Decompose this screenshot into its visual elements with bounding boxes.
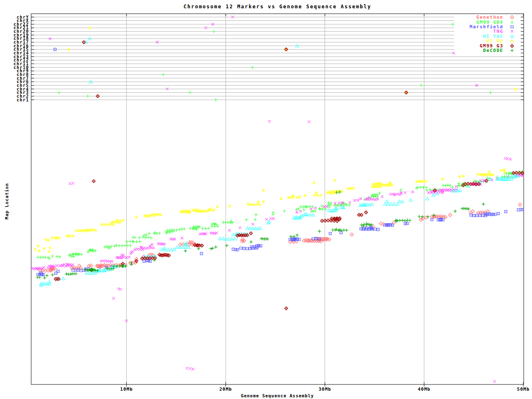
legend-label: TNG <box>454 29 503 34</box>
x-tick-label: 40Mb <box>418 387 431 392</box>
gridlines <box>31 14 524 384</box>
legend-label: Genethon <box>454 15 503 20</box>
square-dot-icon <box>503 25 521 29</box>
diamond-dark-icon <box>503 44 521 48</box>
legend-entry-decode: DeCODE <box>454 48 521 53</box>
legend-entry-genethon: Genethon <box>454 15 521 20</box>
triangle-dot-icon <box>503 34 521 39</box>
chart-title: Chromosome 12 Markers vs Genome Sequence… <box>31 4 524 10</box>
x-axis-label: Genome Sequence Assembly <box>31 393 524 398</box>
x-tick-label: 10Mb <box>120 387 133 392</box>
cross-icon <box>503 29 521 34</box>
legend-label: GM99 G3 <box>454 44 503 48</box>
legend-label: WI RH <box>454 39 503 43</box>
legend-entry-marshfield: Marshfield <box>454 25 521 29</box>
axes: 10Mb20Mb30Mb40Mb50MbchrYchrXchr22chr21ch… <box>13 14 530 392</box>
series-gm99-g3 <box>54 41 524 310</box>
legend-label: DeCODE <box>454 48 503 53</box>
x-tick-label: 50Mb <box>517 387 530 392</box>
figure: 10Mb20Mb30Mb40Mb50MbchrYchrXchr22chr21ch… <box>0 0 532 399</box>
legend-label: GM99 GB4 <box>454 20 503 25</box>
diamond-dot-icon <box>503 15 521 20</box>
series-marshfield <box>37 48 523 276</box>
chromosome-row-label: chr1 <box>17 98 29 102</box>
plus-icon <box>503 20 521 25</box>
plus-icon <box>503 48 521 53</box>
legend-entry-tng: TNG <box>454 29 521 34</box>
scatter-points <box>37 48 523 276</box>
scatter-points <box>54 41 524 310</box>
legend: GenethonGM99 GB4MarshfieldTNGWI YACWI RH… <box>454 15 521 53</box>
plot-border <box>31 14 524 384</box>
plot-area: 10Mb20Mb30Mb40Mb50MbchrYchrXchr22chr21ch… <box>0 0 532 399</box>
star-icon <box>503 39 521 43</box>
x-tick-label: 20Mb <box>219 387 232 392</box>
x-tick-label: 30Mb <box>318 387 331 392</box>
y-axis-label: Map Location <box>4 183 9 219</box>
legend-entry-wi-rh: WI RH <box>454 39 521 43</box>
legend-label: Marshfield <box>454 25 503 29</box>
legend-label: WI YAC <box>454 34 503 39</box>
